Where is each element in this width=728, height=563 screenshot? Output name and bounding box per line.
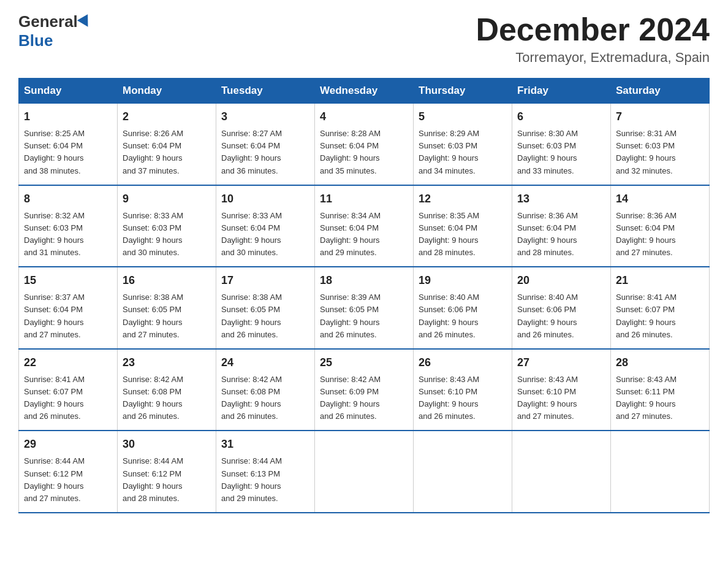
day-info: Sunrise: 8:38 AMSunset: 6:05 PMDaylight:… (221, 291, 309, 341)
day-number: 12 (419, 191, 507, 207)
day-number: 31 (221, 436, 309, 453)
day-number: 22 (24, 354, 112, 371)
calendar-week-row: 8Sunrise: 8:32 AMSunset: 6:03 PMDaylight… (19, 185, 710, 267)
logo-blue-text: Blue (18, 31, 53, 50)
day-number: 9 (123, 191, 211, 207)
day-number: 25 (320, 354, 408, 371)
weekday-header-tuesday: Tuesday (216, 79, 315, 104)
calendar-cell (611, 431, 710, 513)
day-number: 10 (221, 191, 309, 207)
calendar-cell: 27Sunrise: 8:43 AMSunset: 6:10 PMDayligh… (512, 349, 611, 431)
calendar-cell: 1Sunrise: 8:25 AMSunset: 6:04 PMDaylight… (19, 104, 118, 185)
day-info: Sunrise: 8:44 AMSunset: 6:13 PMDaylight:… (221, 455, 309, 505)
day-info: Sunrise: 8:27 AMSunset: 6:04 PMDaylight:… (221, 128, 309, 177)
day-number: 21 (616, 272, 704, 289)
day-info: Sunrise: 8:31 AMSunset: 6:03 PMDaylight:… (616, 128, 704, 177)
calendar-cell: 11Sunrise: 8:34 AMSunset: 6:04 PMDayligh… (315, 185, 414, 267)
calendar-cell: 6Sunrise: 8:30 AMSunset: 6:03 PMDaylight… (512, 104, 611, 185)
calendar-cell: 18Sunrise: 8:39 AMSunset: 6:05 PMDayligh… (315, 267, 414, 349)
day-number: 13 (517, 191, 605, 207)
day-number: 28 (616, 354, 704, 371)
day-info: Sunrise: 8:41 AMSunset: 6:07 PMDaylight:… (24, 373, 112, 423)
calendar-cell: 30Sunrise: 8:44 AMSunset: 6:12 PMDayligh… (118, 431, 216, 513)
calendar-cell: 3Sunrise: 8:27 AMSunset: 6:04 PMDaylight… (216, 104, 315, 185)
calendar-cell: 29Sunrise: 8:44 AMSunset: 6:12 PMDayligh… (19, 431, 118, 513)
calendar-cell: 20Sunrise: 8:40 AMSunset: 6:06 PMDayligh… (512, 267, 611, 349)
day-info: Sunrise: 8:30 AMSunset: 6:03 PMDaylight:… (517, 128, 605, 177)
day-info: Sunrise: 8:40 AMSunset: 6:06 PMDaylight:… (419, 291, 507, 341)
day-info: Sunrise: 8:39 AMSunset: 6:05 PMDaylight:… (320, 291, 408, 341)
day-info: Sunrise: 8:44 AMSunset: 6:12 PMDaylight:… (123, 455, 211, 505)
day-info: Sunrise: 8:29 AMSunset: 6:03 PMDaylight:… (419, 128, 507, 177)
calendar-cell: 8Sunrise: 8:32 AMSunset: 6:03 PMDaylight… (19, 185, 118, 267)
calendar-cell: 4Sunrise: 8:28 AMSunset: 6:04 PMDaylight… (315, 104, 414, 185)
day-info: Sunrise: 8:36 AMSunset: 6:04 PMDaylight:… (517, 210, 605, 259)
weekday-header-saturday: Saturday (611, 79, 710, 104)
day-number: 7 (616, 109, 704, 125)
calendar-cell: 19Sunrise: 8:40 AMSunset: 6:06 PMDayligh… (414, 267, 512, 349)
day-number: 15 (24, 272, 112, 289)
weekday-header-wednesday: Wednesday (315, 79, 414, 104)
calendar-cell: 13Sunrise: 8:36 AMSunset: 6:04 PMDayligh… (512, 185, 611, 267)
day-info: Sunrise: 8:38 AMSunset: 6:05 PMDaylight:… (123, 291, 211, 341)
weekday-header-monday: Monday (118, 79, 216, 104)
calendar-cell (414, 431, 512, 513)
day-info: Sunrise: 8:36 AMSunset: 6:04 PMDaylight:… (616, 210, 704, 259)
calendar-cell: 25Sunrise: 8:42 AMSunset: 6:09 PMDayligh… (315, 349, 414, 431)
day-info: Sunrise: 8:28 AMSunset: 6:04 PMDaylight:… (320, 128, 408, 177)
day-number: 11 (320, 191, 408, 207)
day-number: 27 (517, 354, 605, 371)
day-number: 26 (419, 354, 507, 371)
day-number: 3 (221, 109, 309, 125)
day-number: 29 (24, 436, 112, 453)
day-number: 14 (616, 191, 704, 207)
calendar-cell: 14Sunrise: 8:36 AMSunset: 6:04 PMDayligh… (611, 185, 710, 267)
weekday-header-row: SundayMondayTuesdayWednesdayThursdayFrid… (19, 79, 710, 104)
day-number: 23 (123, 354, 211, 371)
day-info: Sunrise: 8:43 AMSunset: 6:10 PMDaylight:… (517, 373, 605, 423)
logo-arrow-icon (77, 14, 93, 30)
day-number: 20 (517, 272, 605, 289)
logo: General Blue (18, 12, 93, 50)
day-info: Sunrise: 8:35 AMSunset: 6:04 PMDaylight:… (419, 210, 507, 259)
day-number: 1 (24, 109, 112, 125)
calendar-cell: 10Sunrise: 8:33 AMSunset: 6:04 PMDayligh… (216, 185, 315, 267)
calendar-week-row: 15Sunrise: 8:37 AMSunset: 6:04 PMDayligh… (19, 267, 710, 349)
day-number: 2 (123, 109, 211, 125)
day-info: Sunrise: 8:25 AMSunset: 6:04 PMDaylight:… (24, 128, 112, 177)
calendar-cell: 22Sunrise: 8:41 AMSunset: 6:07 PMDayligh… (19, 349, 118, 431)
day-info: Sunrise: 8:33 AMSunset: 6:03 PMDaylight:… (123, 210, 211, 259)
day-number: 5 (419, 109, 507, 125)
calendar-cell: 17Sunrise: 8:38 AMSunset: 6:05 PMDayligh… (216, 267, 315, 349)
day-number: 17 (221, 272, 309, 289)
calendar-cell: 5Sunrise: 8:29 AMSunset: 6:03 PMDaylight… (414, 104, 512, 185)
title-section: December 2024 Torremayor, Extremadura, S… (476, 12, 710, 66)
day-number: 4 (320, 109, 408, 125)
day-number: 30 (123, 436, 211, 453)
calendar-cell: 26Sunrise: 8:43 AMSunset: 6:10 PMDayligh… (414, 349, 512, 431)
calendar-cell (315, 431, 414, 513)
weekday-header-sunday: Sunday (19, 79, 118, 104)
logo-general-text: General (18, 12, 78, 31)
day-number: 19 (419, 272, 507, 289)
day-info: Sunrise: 8:34 AMSunset: 6:04 PMDaylight:… (320, 210, 408, 259)
calendar-cell: 24Sunrise: 8:42 AMSunset: 6:08 PMDayligh… (216, 349, 315, 431)
day-info: Sunrise: 8:43 AMSunset: 6:11 PMDaylight:… (616, 373, 704, 423)
day-info: Sunrise: 8:42 AMSunset: 6:08 PMDaylight:… (221, 373, 309, 423)
day-info: Sunrise: 8:43 AMSunset: 6:10 PMDaylight:… (419, 373, 507, 423)
day-info: Sunrise: 8:40 AMSunset: 6:06 PMDaylight:… (517, 291, 605, 341)
calendar-cell: 31Sunrise: 8:44 AMSunset: 6:13 PMDayligh… (216, 431, 315, 513)
day-info: Sunrise: 8:41 AMSunset: 6:07 PMDaylight:… (616, 291, 704, 341)
calendar-table: SundayMondayTuesdayWednesdayThursdayFrid… (18, 78, 710, 513)
page-header: General Blue December 2024 Torremayor, E… (18, 12, 710, 66)
weekday-header-thursday: Thursday (414, 79, 512, 104)
day-info: Sunrise: 8:42 AMSunset: 6:08 PMDaylight:… (123, 373, 211, 423)
location-subtitle: Torremayor, Extremadura, Spain (476, 50, 710, 66)
day-info: Sunrise: 8:42 AMSunset: 6:09 PMDaylight:… (320, 373, 408, 423)
calendar-cell (512, 431, 611, 513)
calendar-cell: 7Sunrise: 8:31 AMSunset: 6:03 PMDaylight… (611, 104, 710, 185)
calendar-week-row: 29Sunrise: 8:44 AMSunset: 6:12 PMDayligh… (19, 431, 710, 513)
calendar-cell: 23Sunrise: 8:42 AMSunset: 6:08 PMDayligh… (118, 349, 216, 431)
calendar-cell: 28Sunrise: 8:43 AMSunset: 6:11 PMDayligh… (611, 349, 710, 431)
calendar-week-row: 22Sunrise: 8:41 AMSunset: 6:07 PMDayligh… (19, 349, 710, 431)
